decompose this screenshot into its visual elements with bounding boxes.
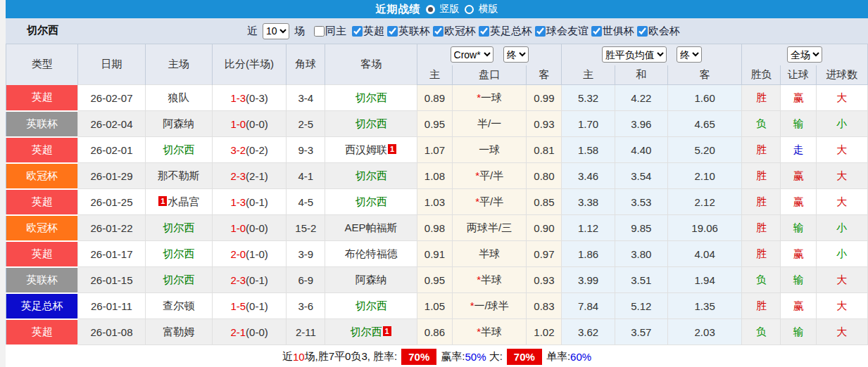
score: 2-1(0-0) <box>212 319 286 345</box>
filter-checkbox[interactable] <box>314 26 325 37</box>
horizontal-layout-radio[interactable] <box>465 5 474 14</box>
col-header-handicap-result: 让球 <box>781 65 816 85</box>
asian-away-odds: 0.93 <box>527 111 562 137</box>
filter-checkbox-item[interactable]: 同主 <box>314 25 346 38</box>
filter-checkbox[interactable] <box>637 26 648 37</box>
team-name: 切尔西 <box>356 91 387 103</box>
corner-count: 3-6 <box>287 293 325 319</box>
win-odds-value: 50% <box>465 351 486 363</box>
euro-draw-odds: 4.22 <box>615 85 667 111</box>
filter-checkbox[interactable] <box>433 26 444 37</box>
filter-checkbox-item[interactable]: 英联杯 <box>387 25 430 38</box>
asian-period-select[interactable]: 终 <box>503 46 529 63</box>
corner-count: 3-4 <box>287 85 325 111</box>
team-name: 那不勒斯 <box>158 169 200 181</box>
competition-type-badge: 英超 <box>6 319 78 345</box>
away-team: 阿森纳 <box>325 267 417 293</box>
recent-count-select[interactable]: 10 <box>263 23 289 39</box>
euro-away-odds: 5.20 <box>667 137 741 163</box>
euro-away-odds: 2.12 <box>667 189 741 215</box>
filter-checkbox-item[interactable]: 世俱杯 <box>591 25 634 38</box>
red-card-badge: 1 <box>383 326 391 336</box>
europe-period-select[interactable]: 终 <box>677 46 702 63</box>
goals-result-cell: 大 <box>816 293 867 319</box>
col-header-home: 主场 <box>145 44 212 85</box>
home-team: 查尔顿 <box>145 293 212 319</box>
full-time-score: 1-0 <box>230 118 246 130</box>
euro-draw-odds: 4.40 <box>615 137 667 163</box>
score: 1-3(0-3) <box>212 85 286 111</box>
euro-draw-odds: 3.51 <box>615 267 667 293</box>
filter-checkbox-item[interactable]: 欧冠杯 <box>433 25 476 38</box>
euro-home-odds: 1.58 <box>562 137 615 163</box>
handicap-result-cell: 输 <box>781 319 816 345</box>
result-cell: 负 <box>742 111 781 137</box>
match-date: 26-01-29 <box>78 163 145 189</box>
col-header-asian-home: 主 <box>417 65 452 85</box>
summary-record: 场,胜7平0负3, 胜率: <box>305 350 398 363</box>
competition-type-badge: 英超 <box>6 137 78 163</box>
away-team: 切尔西 <box>325 163 417 189</box>
full-time-score: 2-3 <box>230 170 246 182</box>
filter-checkbox[interactable] <box>591 26 602 37</box>
europe-odds-select[interactable]: 胜平负均值 <box>602 46 667 63</box>
euro-home-odds: 3.99 <box>562 267 615 293</box>
euro-away-odds: 4.65 <box>667 111 741 137</box>
filter-checkbox[interactable] <box>387 26 398 37</box>
team-name: 切尔西 <box>356 169 387 181</box>
team-name: AEP帕福斯 <box>345 221 398 233</box>
home-team: 切尔西 <box>145 215 212 241</box>
handicap-text: 平/半 <box>479 195 503 207</box>
filter-checkbox-item[interactable]: 英足总杯 <box>479 25 532 38</box>
team-name: 切尔西 <box>163 143 194 155</box>
europe-odds-header: 胜平负均值 终 <box>562 44 742 65</box>
match-date: 26-01-25 <box>78 189 145 215</box>
match-date: 26-02-01 <box>78 137 145 163</box>
vertical-layout-radio[interactable] <box>426 5 435 14</box>
goals-result-cell: 小 <box>816 241 867 267</box>
table-row: 欧冠杯26-01-22切尔西1-0(0-0)15-2AEP帕福斯0.98两球半/… <box>6 215 868 241</box>
home-team: 狼队 <box>145 85 212 111</box>
euro-home-odds: 1.86 <box>562 241 615 267</box>
home-team: 切尔西 <box>145 137 212 163</box>
team-name-heading: 切尔西 <box>27 24 58 37</box>
handicap-line: *半球 <box>452 267 526 293</box>
euro-draw-odds: 3.53 <box>615 189 667 215</box>
team-name: 切尔西 <box>356 117 387 129</box>
filter-checkbox[interactable] <box>535 26 546 37</box>
match-date: 26-01-11 <box>78 293 145 319</box>
filter-checkbox-label: 欧冠杯 <box>444 25 476 38</box>
goals-result-cell: 小 <box>816 111 867 137</box>
half-time-score: (0-1) <box>246 300 268 312</box>
full-time-score: 2-1 <box>230 326 246 338</box>
filter-checkbox-item[interactable]: 球会友谊 <box>535 25 589 38</box>
red-card-badge: 1 <box>158 196 167 206</box>
win-rate-badge: 70% <box>401 349 436 365</box>
summary-count: 10 <box>293 351 305 363</box>
asian-home-odds: 1.03 <box>417 189 452 215</box>
corner-count: 15-2 <box>287 215 325 241</box>
asian-away-odds: 0.99 <box>527 85 562 111</box>
col-header-euro-home: 主 <box>562 65 615 85</box>
filter-checkbox-label: 同主 <box>325 25 346 38</box>
asian-home-odds: 0.95 <box>417 267 452 293</box>
filter-checkbox-item[interactable]: 欧会杯 <box>637 25 680 38</box>
match-date: 26-01-08 <box>78 319 145 345</box>
filter-checkbox-label: 世俱杯 <box>603 25 634 38</box>
result-cell: 胜 <box>742 163 781 189</box>
filter-checkbox[interactable] <box>352 26 363 37</box>
filter-checkbox-label: 英足总杯 <box>490 25 532 38</box>
away-team: 切尔西 <box>325 189 417 215</box>
team-name: 狼队 <box>168 91 189 103</box>
bookmaker-select[interactable]: Crow* <box>451 46 493 63</box>
euro-draw-odds: 5.12 <box>615 293 667 319</box>
filter-checkbox-item[interactable]: 英超 <box>352 25 384 38</box>
table-row: 英超26-01-08富勒姆2-1(0-0)2-11切尔西10.86*半球1.02… <box>6 319 868 345</box>
team-name: 切尔西 <box>351 326 382 337</box>
score: 1-0(0-0) <box>212 111 286 137</box>
handicap-result-cell: 赢 <box>781 293 816 319</box>
filter-checkbox[interactable] <box>479 26 489 37</box>
col-header-euro-draw: 和 <box>615 65 667 85</box>
team-name: 水晶宫 <box>168 195 199 207</box>
scope-select[interactable]: 全场 <box>787 46 822 63</box>
